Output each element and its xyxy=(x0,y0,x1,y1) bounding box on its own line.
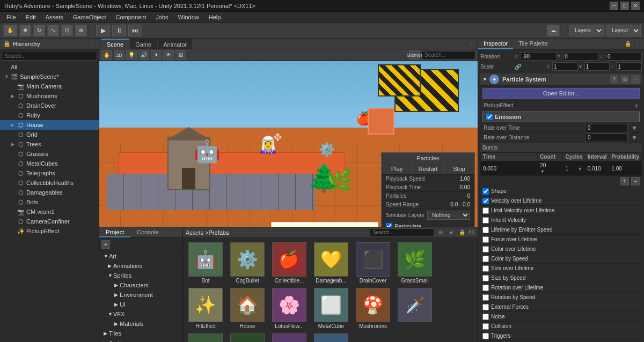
scene-fx-btn[interactable]: ✦ xyxy=(151,50,162,60)
asset-cogbullet[interactable]: ⚙️ CogBullet xyxy=(229,242,266,284)
toolbar-transform[interactable]: ⊕ xyxy=(75,25,87,36)
hierarchy-item-ruby[interactable]: ⬡ Ruby xyxy=(0,110,99,120)
hierarchy-item-main-camera[interactable]: 📷 Main Camera xyxy=(0,81,99,91)
tree-vfx[interactable]: ▼ VFX xyxy=(99,309,182,319)
scene-menu-btn[interactable]: ⋮ xyxy=(467,40,475,48)
tree-materials[interactable]: ▶ Materials xyxy=(99,319,182,329)
vel-lifetime-checkbox[interactable] xyxy=(482,198,489,204)
ps-settings-btn[interactable]: ⚙ xyxy=(620,75,629,84)
burst-interval-input[interactable] xyxy=(588,166,606,172)
tree-tiles[interactable]: ▶ Tiles xyxy=(99,329,182,338)
hierarchy-item-samplescene[interactable]: ▼ 🎬 SampleScene* xyxy=(0,72,99,81)
hierarchy-item-trees[interactable]: ▶ ⬡ Trees xyxy=(0,139,99,149)
asset-search[interactable] xyxy=(370,228,434,237)
burst-cycles-input[interactable] xyxy=(565,166,576,172)
asset-house[interactable]: 🏠 House xyxy=(229,288,266,329)
rate-over-distance-dropdown[interactable]: ▼ xyxy=(630,134,639,142)
asset-view-btn[interactable]: ⊞ xyxy=(436,228,445,237)
emission-header[interactable]: Emission xyxy=(482,111,640,122)
ps-external-forces[interactable]: External Forces xyxy=(480,302,642,312)
tab-tile-palette[interactable]: Tile Palette xyxy=(513,39,553,49)
scene-grid-btn[interactable]: ⊞ xyxy=(175,50,186,60)
asset-sword[interactable]: 🗡️ xyxy=(396,288,434,329)
remove-burst-btn[interactable]: − xyxy=(631,177,640,185)
tree-characters[interactable]: ▶ Characters xyxy=(99,280,182,290)
ps-collision[interactable]: Collision xyxy=(480,322,642,331)
tree-animations[interactable]: ▶ Animations xyxy=(99,261,182,271)
rotation-z-input[interactable] xyxy=(606,52,642,61)
force-lifetime-checkbox[interactable] xyxy=(482,236,489,243)
asset-lotusflow[interactable]: 🌸 LotusFlow... xyxy=(270,288,308,329)
scale-z-input[interactable] xyxy=(616,62,642,71)
scene-2d-btn[interactable]: 2D xyxy=(114,50,125,60)
hierarchy-item-metalcubes[interactable]: ⬡ MetalCubes xyxy=(0,159,99,168)
hierarchy-item-all[interactable]: All xyxy=(0,62,99,72)
layers-dropdown[interactable]: Layers xyxy=(569,25,604,36)
add-file-btn[interactable]: + xyxy=(101,240,110,249)
menu-help[interactable]: Help xyxy=(204,12,225,23)
menu-jobs[interactable]: Jobs xyxy=(151,12,172,23)
hierarchy-item-cmvcam1[interactable]: 📷 CM vcam1 xyxy=(0,207,99,217)
tab-game[interactable]: Game xyxy=(130,39,157,49)
asset-lock-btn[interactable]: 🔒 xyxy=(458,228,466,237)
hierarchy-item-pickupeffect[interactable]: ✨ PickupEffect xyxy=(0,226,99,236)
hierarchy-item-bots[interactable]: ⬡ Bots xyxy=(0,197,99,207)
ps-color-speed[interactable]: Color by Speed xyxy=(480,254,642,264)
hierarchy-item-house[interactable]: ▶ ⬡ House xyxy=(0,120,99,130)
tree-art[interactable]: ▼ Art xyxy=(99,251,182,261)
scene-audio-btn[interactable]: 🔊 xyxy=(138,50,149,60)
asset-tree1[interactable]: 🌲 xyxy=(187,333,224,342)
ps-force-lifetime[interactable]: Force over Lifetime xyxy=(480,235,642,244)
emission-checkbox[interactable] xyxy=(486,114,493,120)
burst-cycles-dropdown[interactable]: ▼ xyxy=(577,166,582,172)
tab-project[interactable]: Project xyxy=(99,227,130,237)
layout-dropdown[interactable]: Layout xyxy=(606,25,641,36)
particles-restart-btn[interactable]: Restart xyxy=(413,163,444,174)
tab-inspector[interactable]: Inspector xyxy=(478,39,513,49)
menu-edit[interactable]: Edit xyxy=(21,12,40,23)
ps-overflow-btn[interactable]: ⋮ xyxy=(631,75,640,84)
inspector-menu-btn[interactable]: ⋮ xyxy=(633,40,642,48)
particles-stop-btn[interactable]: Stop xyxy=(444,163,474,174)
asset-draincover[interactable]: ⬛ DrainCover xyxy=(354,242,392,284)
add-burst-btn[interactable]: + xyxy=(620,177,629,185)
hierarchy-item-grid[interactable]: ⬡ Grid xyxy=(0,130,99,139)
tree-audio[interactable]: ▶ Audio xyxy=(99,338,182,342)
asset-mushrooms[interactable]: 🍄 Mushrooms xyxy=(354,288,392,329)
color-lifetime-checkbox[interactable] xyxy=(482,246,489,252)
size-lifetime-checkbox[interactable] xyxy=(482,265,489,272)
rotation-y-input[interactable] xyxy=(563,52,599,61)
resimulate-checkbox[interactable] xyxy=(386,223,392,227)
hierarchy-item-telegraphs[interactable]: ⬡ Telegraphs xyxy=(0,168,99,178)
hierarchy-item-damageables[interactable]: ⬡ Damageables xyxy=(0,188,99,197)
scene-search[interactable] xyxy=(422,51,475,60)
rot-speed-checkbox[interactable] xyxy=(482,294,489,301)
simulate-layers-select[interactable]: Nothing xyxy=(427,211,470,220)
tree-environment[interactable]: ▶ Environment xyxy=(99,290,182,300)
hierarchy-item-collectiblehealths[interactable]: ⬡ CollectibleHealths xyxy=(0,178,99,188)
noise-checkbox[interactable] xyxy=(482,314,489,320)
scene-light-btn[interactable]: 💡 xyxy=(126,50,137,60)
burst-time-input[interactable] xyxy=(483,166,535,172)
rot-lifetime-checkbox[interactable] xyxy=(482,285,489,291)
shape-checkbox[interactable] xyxy=(482,188,489,195)
limit-vel-checkbox[interactable] xyxy=(482,207,489,214)
asset-bot[interactable]: 🤖 Bot xyxy=(187,242,224,284)
asset-grasssmall[interactable]: 🌿 GrassSmall xyxy=(396,242,434,284)
ext-forces-checkbox[interactable] xyxy=(482,304,489,310)
asset-metalcube[interactable]: ⬜ MetalCube xyxy=(312,288,350,329)
menu-gameobject[interactable]: GameObject xyxy=(69,12,111,23)
ps-size-lifetime[interactable]: Size over Lifetime xyxy=(480,264,642,273)
color-speed-checkbox[interactable] xyxy=(482,256,489,262)
play-button[interactable]: ▶ xyxy=(96,25,110,36)
tab-console[interactable]: Console xyxy=(130,227,165,237)
scene-gizmos-btn[interactable]: Gizmos xyxy=(409,50,420,60)
lifetime-emitter-checkbox[interactable] xyxy=(482,227,489,233)
ps-help-btn[interactable]: ? xyxy=(610,75,618,84)
step-button[interactable]: ⏭ xyxy=(128,25,142,36)
rotation-x-input[interactable] xyxy=(521,52,557,61)
ps-limit-velocity[interactable]: Limit Velocity over Lifetime xyxy=(480,206,642,215)
asset-damageable[interactable]: 💛 Damageab... xyxy=(312,242,350,284)
asset-hiteffect[interactable]: ✨ HitEffect xyxy=(187,288,224,329)
ps-lifetime-emitter[interactable]: Lifetime by Emitter Speed xyxy=(480,225,642,235)
